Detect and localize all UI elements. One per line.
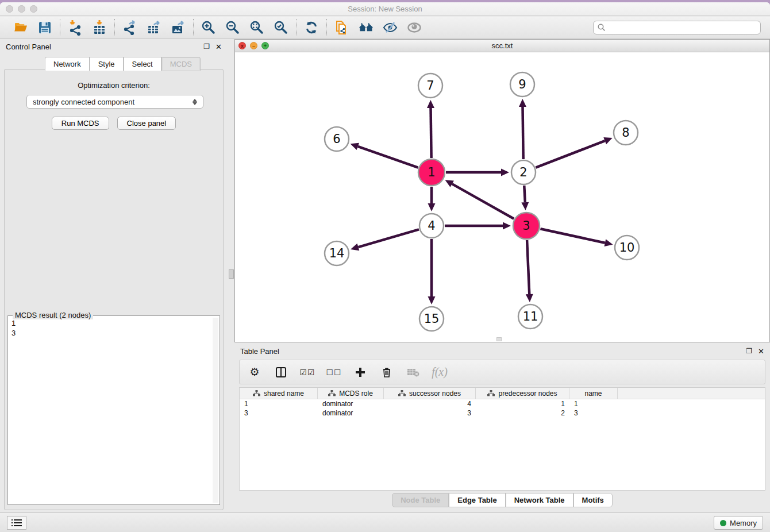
graph-arrowhead bbox=[501, 169, 509, 176]
memory-button[interactable]: Memory bbox=[714, 516, 763, 530]
graph-node-label-10: 10 bbox=[619, 241, 635, 255]
cell-name[interactable]: 3 bbox=[569, 409, 618, 417]
first-neighbors-icon[interactable] bbox=[358, 20, 374, 36]
panel-columns-icon[interactable] bbox=[274, 365, 288, 379]
table-panel-title: Table Panel bbox=[240, 347, 279, 356]
import-network-icon[interactable] bbox=[67, 20, 83, 36]
deselect-all-rows-icon[interactable]: ☐☐ bbox=[327, 365, 341, 379]
tab-edge-table[interactable]: Edge Table bbox=[449, 493, 505, 507]
tree-icon bbox=[487, 390, 495, 396]
tab-mcds[interactable]: MCDS bbox=[161, 57, 201, 71]
graph-arrowhead bbox=[351, 143, 359, 150]
main-titlebar: Session: New Session bbox=[0, 2, 770, 16]
delete-column-icon[interactable] bbox=[380, 365, 394, 379]
graph-node-label-4: 4 bbox=[428, 219, 435, 233]
criterion-value: strongly connected component bbox=[33, 98, 134, 106]
search-input[interactable] bbox=[593, 21, 761, 34]
export-table-icon[interactable] bbox=[146, 20, 162, 36]
mcds-result-box: MCDS result (2 nodes) 1 3 bbox=[7, 315, 220, 505]
network-canvas[interactable]: 1234678910111415 bbox=[235, 52, 769, 342]
run-mcds-button[interactable]: Run MCDS bbox=[52, 117, 109, 130]
graph-edge-2-8[interactable] bbox=[536, 141, 605, 168]
cell-mcds-role[interactable]: dominator bbox=[318, 409, 384, 417]
hide-selected-icon[interactable] bbox=[382, 20, 398, 36]
graph-edge-3-11[interactable] bbox=[527, 240, 529, 294]
tab-select[interactable]: Select bbox=[124, 57, 161, 71]
select-stepper-icon bbox=[192, 99, 197, 105]
graph-edge-2-9[interactable] bbox=[523, 107, 523, 159]
network-graph[interactable]: 1234678910111415 bbox=[235, 52, 769, 342]
column-header-predecessor-nodes[interactable]: predecessor nodes bbox=[476, 388, 569, 399]
splitter-grip[interactable] bbox=[229, 269, 234, 279]
zoom-out-icon[interactable] bbox=[225, 20, 241, 36]
cell-mcds-role[interactable]: dominator bbox=[318, 400, 384, 408]
graph-arrowhead bbox=[605, 239, 613, 246]
graph-edge-1-7[interactable] bbox=[431, 108, 432, 158]
graph-edge-4-14[interactable] bbox=[358, 229, 418, 247]
import-table-icon[interactable] bbox=[91, 20, 107, 36]
mcds-result-text[interactable]: 1 3 bbox=[9, 318, 211, 503]
criterion-select[interactable]: strongly connected component bbox=[26, 95, 203, 109]
cell-successor-nodes[interactable]: 3 bbox=[384, 409, 476, 417]
column-settings-gear-icon[interactable]: ⚙ bbox=[248, 365, 261, 379]
delete-table-icon bbox=[406, 365, 420, 379]
tab-network[interactable]: Network bbox=[45, 57, 90, 71]
close-table-panel-icon[interactable]: ✕ bbox=[758, 347, 764, 356]
table-row[interactable]: 3 dominator 3 2 3 bbox=[240, 408, 765, 418]
cell-shared-name[interactable]: 1 bbox=[240, 400, 318, 408]
export-image-icon[interactable] bbox=[170, 20, 186, 36]
cell-successor-nodes[interactable]: 4 bbox=[384, 400, 476, 408]
birdseye-grip[interactable] bbox=[496, 337, 502, 341]
node-table-header: shared name MCDS role successor nodes pr… bbox=[240, 388, 765, 399]
show-all-icon[interactable] bbox=[406, 20, 422, 36]
close-panel-icon[interactable]: ✕ bbox=[215, 43, 222, 51]
refresh-icon[interactable] bbox=[303, 20, 319, 36]
cell-predecessor-nodes[interactable]: 2 bbox=[476, 409, 569, 417]
graph-arrowhead bbox=[519, 99, 526, 107]
graph-arrowhead bbox=[351, 244, 359, 250]
table-row[interactable]: 1 dominator 4 1 1 bbox=[240, 399, 765, 408]
save-session-icon[interactable] bbox=[37, 20, 53, 36]
graph-arrowhead bbox=[503, 222, 511, 230]
list-icon bbox=[11, 519, 22, 527]
mcds-pane: Optimization criterion: strongly connect… bbox=[4, 69, 224, 510]
tab-style[interactable]: Style bbox=[90, 57, 124, 71]
tab-node-table[interactable]: Node Table bbox=[392, 493, 449, 507]
export-network-icon[interactable] bbox=[122, 20, 138, 36]
graph-arrowhead bbox=[521, 202, 529, 210]
graph-edge-3-10[interactable] bbox=[540, 229, 605, 242]
zoom-fit-icon[interactable] bbox=[249, 20, 265, 36]
column-header-shared-name[interactable]: shared name bbox=[240, 388, 318, 399]
cell-predecessor-nodes[interactable]: 1 bbox=[476, 400, 569, 408]
column-header-successor-nodes[interactable]: successor nodes bbox=[384, 388, 476, 399]
session-title: Session: New Session bbox=[0, 5, 770, 13]
float-table-panel-icon[interactable]: ❐ bbox=[746, 347, 752, 355]
graph-node-label-8: 8 bbox=[622, 126, 629, 140]
tab-motifs[interactable]: Motifs bbox=[573, 493, 613, 507]
status-bar: Memory bbox=[0, 512, 770, 532]
duplicate-network-icon[interactable] bbox=[334, 20, 350, 36]
close-panel-button[interactable]: Close panel bbox=[117, 117, 176, 130]
zoom-in-icon[interactable] bbox=[201, 20, 217, 36]
add-column-icon[interactable] bbox=[353, 365, 367, 379]
network-window-titlebar[interactable]: x – + scc.txt bbox=[235, 40, 769, 52]
tab-network-table[interactable]: Network Table bbox=[506, 493, 573, 507]
main-toolbar bbox=[0, 17, 770, 38]
graph-node-label-3: 3 bbox=[522, 219, 530, 233]
control-panel-tabs: Network Style Select MCDS bbox=[45, 57, 201, 71]
column-header-name[interactable]: name bbox=[569, 388, 618, 399]
select-all-rows-icon[interactable]: ☑☑ bbox=[301, 365, 314, 379]
open-file-icon[interactable] bbox=[13, 20, 29, 36]
task-history-button[interactable] bbox=[7, 516, 26, 530]
graph-edge-2-3[interactable] bbox=[524, 186, 525, 202]
zoom-selected-icon[interactable] bbox=[273, 20, 289, 36]
cell-shared-name[interactable]: 3 bbox=[240, 409, 318, 417]
cell-name[interactable]: 1 bbox=[569, 400, 618, 408]
graph-edge-3-1[interactable] bbox=[452, 184, 514, 219]
result-scrollbar[interactable] bbox=[213, 318, 218, 503]
column-header-mcds-role[interactable]: MCDS role bbox=[318, 388, 384, 399]
graph-node-label-1: 1 bbox=[428, 165, 435, 179]
float-panel-icon[interactable]: ❐ bbox=[203, 43, 210, 51]
graph-edge-1-6[interactable] bbox=[358, 147, 418, 168]
graph-node-label-14: 14 bbox=[329, 246, 345, 260]
